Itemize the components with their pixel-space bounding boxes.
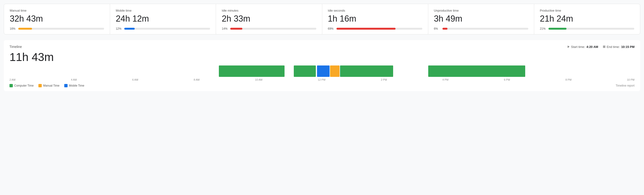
stat-pct-productive-time: 21%	[540, 27, 546, 30]
time-tick: 6 PM	[504, 78, 510, 81]
stat-value-idle-seconds: 1h 16m	[328, 14, 422, 24]
stat-card-mobile-time: Mobile time 24h 12m 12%	[110, 4, 216, 34]
stat-pct-mobile-time: 12%	[116, 27, 122, 30]
time-tick: 4 AM	[71, 78, 77, 81]
stat-card-productive-time: Productive time 21h 24m 21%	[534, 4, 640, 34]
time-tick: 8 PM	[566, 78, 572, 81]
time-tick: 4 PM	[442, 78, 448, 81]
timeline-bar-bar5	[340, 66, 393, 77]
stat-card-idle-minutes: Idle minutes 2h 33m 14%	[216, 4, 322, 34]
chart-area: 2 AM4 AM6 AM8 AM10 AM12 PM2 PM4 PM6 PM8 …	[10, 66, 634, 81]
stat-value-manual-time: 32h 43m	[10, 14, 104, 24]
timeline-header: Timeline Start time: 4:20 AM End time: 1…	[10, 45, 634, 49]
end-time-item: End time: 10:15 PM	[603, 45, 634, 49]
timeline-bar-bar1	[219, 66, 284, 77]
legend-label: Computer Time	[14, 84, 34, 87]
stat-value-unproductive-time: 3h 49m	[434, 14, 528, 24]
timeline-bar-bar4	[330, 66, 340, 77]
stat-value-productive-time: 21h 24m	[540, 14, 634, 24]
timeline-report-link[interactable]: Timeline report	[616, 84, 634, 87]
bar-bg-idle-seconds	[336, 28, 422, 30]
timeline-bar-bar6	[428, 66, 525, 77]
start-time-item: Start time: 4:20 AM	[568, 45, 598, 49]
stat-label-idle-seconds: Idle seconds	[328, 9, 422, 12]
stat-bar-row-mobile-time: 12%	[116, 27, 210, 30]
bar-fill-idle-seconds	[336, 28, 396, 30]
bar-fill-manual-time	[18, 28, 32, 30]
stat-bar-row-productive-time: 21%	[540, 27, 634, 30]
legend-item-manual-time: Manual Time	[38, 84, 60, 87]
bar-bg-idle-minutes	[230, 28, 316, 30]
stat-pct-idle-seconds: 69%	[328, 27, 334, 30]
play-icon	[568, 46, 570, 48]
stat-card-manual-time: Manual time 32h 43m 16%	[4, 4, 110, 34]
bar-fill-mobile-time	[124, 28, 134, 30]
timeline-times: Start time: 4:20 AM End time: 10:15 PM	[568, 45, 634, 49]
stat-bar-row-idle-seconds: 69%	[328, 27, 422, 30]
legend-item-mobile-time: Mobile Time	[64, 84, 84, 87]
time-tick: 2 PM	[381, 78, 387, 81]
bar-fill-idle-minutes	[230, 28, 242, 30]
bar-bg-unproductive-time	[442, 28, 528, 30]
bar-fill-unproductive-time	[442, 28, 448, 30]
time-tick: 12 PM	[318, 78, 326, 81]
timeline-total-time: 11h 43m	[10, 50, 634, 64]
time-tick: 6 AM	[132, 78, 138, 81]
legend-swatch	[10, 84, 13, 87]
stat-label-idle-minutes: Idle minutes	[222, 9, 316, 12]
stat-label-productive-time: Productive time	[540, 9, 634, 12]
stat-card-unproductive-time: Unproductive time 3h 49m 6%	[428, 4, 534, 34]
stat-pct-manual-time: 16%	[10, 27, 16, 30]
stat-bar-row-unproductive-time: 6%	[434, 27, 528, 30]
end-time-label: End time:	[607, 45, 620, 49]
start-time-label: Start time:	[571, 45, 585, 49]
bar-bg-productive-time	[548, 28, 634, 30]
legend-swatch	[64, 84, 68, 87]
legend-row: Computer Time Manual Time Mobile Time Ti…	[10, 84, 634, 87]
bar-fill-productive-time	[548, 28, 566, 30]
bar-bg-mobile-time	[124, 28, 210, 30]
legend-label: Mobile Time	[69, 84, 84, 87]
start-time-value: 4:20 AM	[586, 45, 598, 49]
timeline-title: Timeline	[10, 45, 22, 49]
time-tick: 2 AM	[10, 78, 16, 81]
timeline-bar-bar2	[294, 66, 316, 77]
stat-bar-row-manual-time: 16%	[10, 27, 104, 30]
timeline-bar-bar3	[317, 66, 330, 77]
time-tick: 10 AM	[255, 78, 262, 81]
stat-value-mobile-time: 24h 12m	[116, 14, 210, 24]
end-time-value: 10:15 PM	[621, 45, 634, 49]
stat-label-manual-time: Manual time	[10, 9, 104, 12]
timeline-bar-container	[10, 66, 634, 77]
stat-pct-idle-minutes: 14%	[222, 27, 228, 30]
square-icon	[603, 46, 605, 48]
time-tick: 8 AM	[194, 78, 200, 81]
legend-label: Manual Time	[43, 84, 60, 87]
stat-label-mobile-time: Mobile time	[116, 9, 210, 12]
legend-swatch	[38, 84, 42, 87]
stat-pct-unproductive-time: 6%	[434, 27, 440, 30]
stat-bar-row-idle-minutes: 14%	[222, 27, 316, 30]
time-axis: 2 AM4 AM6 AM8 AM10 AM12 PM2 PM4 PM6 PM8 …	[10, 78, 634, 81]
time-tick: 10 PM	[627, 78, 634, 81]
stat-label-unproductive-time: Unproductive time	[434, 9, 528, 12]
stats-row: Manual time 32h 43m 16% Mobile time 24h …	[4, 4, 640, 34]
stat-value-idle-minutes: 2h 33m	[222, 14, 316, 24]
legend-item-computer-time: Computer Time	[10, 84, 34, 87]
timeline-section: Timeline Start time: 4:20 AM End time: 1…	[4, 40, 640, 91]
stat-card-idle-seconds: Idle seconds 1h 16m 69%	[322, 4, 428, 34]
bar-bg-manual-time	[18, 28, 104, 30]
